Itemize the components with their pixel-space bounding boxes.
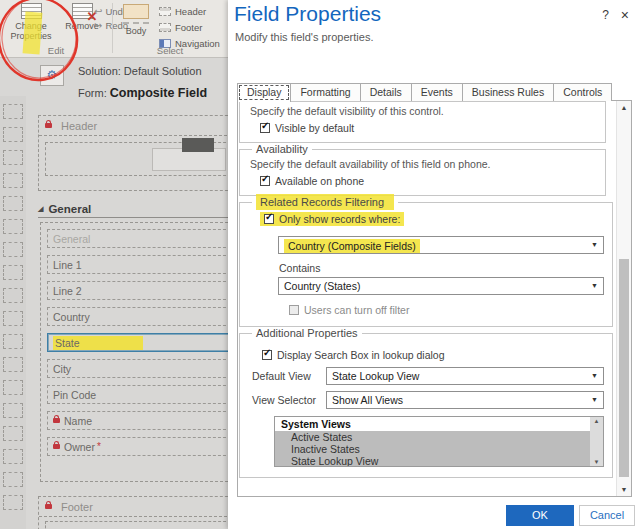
primary-field-value: Country (Composite Fields) [284, 239, 420, 253]
change-properties-button[interactable]: Change Properties [4, 3, 58, 42]
footer-field-placeholder [182, 138, 214, 152]
display-search-box-checkbox[interactable]: ✓ [262, 350, 272, 360]
availability-legend: Availability [252, 143, 312, 155]
scroll-up-icon[interactable]: ▲ [617, 104, 631, 111]
header-toggle-label: Header [175, 6, 206, 17]
form-field-row[interactable]: City * [47, 359, 228, 378]
dialog-scroll-area: Specify the default visibility of this c… [237, 100, 632, 497]
body-icon-dash [123, 22, 149, 24]
solution-header: ⚙ Solution: Default Solution Form: Compo… [26, 58, 228, 110]
header-toggle-button[interactable]: Header [159, 3, 228, 19]
scroll-up-icon[interactable]: ▲ [590, 418, 603, 424]
form-field-label: Line 2 [53, 285, 82, 297]
availability-fieldset: Availability Specify the default availab… [239, 143, 606, 196]
help-icon[interactable]: ? [602, 8, 609, 22]
form-field-row[interactable]: Line 1 * [47, 255, 228, 274]
dialog-scrollbar[interactable]: ▲ ▼ [616, 101, 631, 496]
view-list-item[interactable]: Inactive States [275, 443, 590, 455]
lock-icon [45, 123, 52, 128]
primary-field-dropdown[interactable]: Country (Composite Fields) ▼ [278, 236, 604, 254]
default-view-row: Default View State Lookup View ▼ [252, 367, 604, 385]
tab[interactable]: Events [411, 83, 463, 101]
scroll-down-icon[interactable]: ▼ [617, 486, 631, 493]
relation-label: Contains [279, 262, 604, 274]
display-search-box-label: Display Search Box in lookup dialog [277, 349, 445, 361]
turn-off-filter-row: Users can turn off filter [289, 304, 604, 316]
close-icon[interactable]: × [621, 7, 629, 23]
scroll-down-icon[interactable]: ▼ [590, 459, 603, 465]
remove-icon: ✕ [72, 3, 93, 19]
footer-section-row [45, 521, 228, 529]
dialog-title: Field Properties [234, 2, 381, 26]
visibility-description: Specify the default visibility of this c… [250, 105, 597, 117]
redo-icon: ↪ [94, 20, 102, 31]
form-field-row[interactable]: State * [47, 333, 228, 352]
tab[interactable]: Formatting [290, 83, 360, 101]
undo-icon: ↩ [94, 6, 102, 17]
additional-properties-legend: Additional Properties [252, 327, 362, 339]
view-list-item[interactable]: State Lookup View [275, 455, 590, 467]
form-field-label: Name [64, 415, 92, 427]
form-name: Composite Field [110, 86, 207, 100]
tab[interactable]: Business Rules [462, 83, 554, 101]
form-field-row[interactable]: General * [47, 229, 228, 248]
form-field-label: Pin Code [53, 389, 96, 401]
cancel-button[interactable]: Cancel [579, 505, 635, 526]
listbox-scrollbar[interactable]: ▲ ▼ [590, 417, 603, 466]
system-views-header: System Views [275, 417, 603, 431]
view-list-item[interactable]: Active States [275, 431, 590, 443]
turn-off-filter-label: Users can turn off filter [304, 304, 409, 316]
footer-section[interactable]: Footer [38, 496, 228, 529]
ok-button[interactable]: OK [506, 505, 574, 526]
chevron-down-icon: ▼ [591, 372, 598, 379]
gear-icon: ⚙ [40, 65, 64, 86]
scrollbar-thumb[interactable] [619, 259, 629, 477]
availability-description: Specify the default availability of this… [250, 158, 597, 170]
visible-by-default-checkbox[interactable]: ✓ [260, 123, 270, 133]
footer-toggle-label: Footer [175, 22, 202, 33]
body-button[interactable]: Body [115, 4, 157, 36]
chevron-down-icon: ▼ [591, 396, 598, 403]
select-group-label: Select [112, 45, 228, 56]
form-field-row[interactable]: Owner * [47, 437, 228, 456]
tab[interactable]: Display [237, 83, 291, 102]
required-asterisk: * [97, 441, 101, 452]
only-show-records-checkbox[interactable]: ✓ [264, 214, 274, 224]
form-field-row[interactable]: Country * [47, 307, 228, 326]
annotation-highlight: ✓ Only show records where: [260, 212, 404, 226]
tab[interactable]: Controls [553, 83, 612, 101]
app-root: Change Properties ✕ Remove ↩ Undo ↪ R [0, 0, 640, 529]
view-selector-dropdown[interactable]: Show All Views ▼ [326, 391, 604, 409]
form-field-row[interactable]: Pin Code * [47, 385, 228, 404]
general-section-title[interactable]: ◢ General [38, 200, 228, 218]
lock-icon [53, 418, 60, 423]
tab[interactable]: Details [360, 83, 412, 101]
view-selector-label: View Selector [252, 394, 326, 406]
related-field-dropdown[interactable]: Country (States) ▼ [278, 277, 604, 295]
available-on-phone-checkbox[interactable]: ✓ [260, 176, 270, 186]
solution-label: Solution: Default Solution [78, 65, 202, 77]
visible-by-default-row: ✓ Visible by default [260, 122, 597, 134]
body-icon [123, 4, 149, 19]
form-title: Form: Composite Field [78, 86, 207, 100]
footer-toggle-button[interactable]: Footer [159, 19, 228, 35]
dialog-content: Specify the default visibility of this c… [238, 101, 618, 496]
visibility-fieldset: Specify the default visibility of this c… [239, 101, 606, 143]
form-field-label: General [53, 233, 90, 245]
turn-off-filter-checkbox[interactable] [289, 305, 299, 315]
display-search-box-row: ✓ Display Search Box in lookup dialog [262, 349, 604, 361]
field-explorer-edge [0, 96, 26, 529]
footer-section-label: Footer [61, 501, 93, 513]
collapse-icon: ◢ [38, 205, 43, 213]
related-field-value: Country (States) [284, 280, 360, 292]
form-field-row[interactable]: Line 2 * [47, 281, 228, 300]
chevron-down-icon: ▼ [591, 282, 598, 289]
default-view-dropdown[interactable]: State Lookup View ▼ [326, 367, 604, 385]
visible-by-default-label: Visible by default [275, 122, 354, 134]
header-section[interactable]: Header [38, 115, 228, 191]
additional-properties-fieldset: Additional Properties ✓ Display Search B… [239, 327, 613, 478]
form-field-row[interactable]: Name * [47, 411, 228, 430]
view-selector-row: View Selector Show All Views ▼ [252, 391, 604, 409]
form-canvas: Header ◢ General General * [26, 110, 228, 529]
general-section-label: General [48, 203, 91, 215]
